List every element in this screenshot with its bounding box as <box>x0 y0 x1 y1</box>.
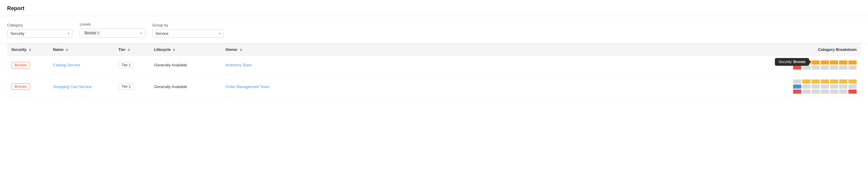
lifecycle-sort-icon <box>173 49 175 51</box>
bar-cell <box>839 79 847 84</box>
bar-cell <box>830 79 838 84</box>
bar-cell <box>839 65 847 70</box>
bar-cell <box>802 79 811 84</box>
service-name-link[interactable]: Catalog Service <box>53 63 80 67</box>
cell-name: Catalog Service <box>49 56 114 75</box>
cell-breakdown <box>287 75 861 99</box>
bar-cell <box>848 60 857 65</box>
table-header-row: Security Name Tier Lifecycle <box>7 44 861 56</box>
groupby-chevron-icon: ▾ <box>219 32 220 35</box>
bar-cell <box>811 85 820 89</box>
bar-cell <box>821 90 829 94</box>
bar-cell <box>830 60 838 65</box>
bronze-tag-close[interactable]: × <box>97 31 99 35</box>
breakdown-bar-row <box>793 65 857 70</box>
cell-tier: Tier 1 <box>114 56 150 75</box>
bronze-tag-label: Bronze <box>85 31 96 35</box>
table-container: Security Name Tier Lifecycle <box>0 43 868 99</box>
bar-cell <box>811 60 820 65</box>
bar-cell <box>802 85 811 89</box>
tier-badge: Tier 1 <box>118 83 134 90</box>
levels-chevron-icon: ▾ <box>141 32 142 35</box>
levels-select[interactable]: Bronze × ▾ <box>80 28 145 38</box>
breakdown-visual: Security: Bronze <box>291 60 857 70</box>
security-badge: Bronze <box>11 83 30 90</box>
service-name-link[interactable]: Shopping Cart Service <box>53 85 92 89</box>
col-header-security[interactable]: Security <box>7 44 49 56</box>
cell-owner: Inventory Team <box>221 56 287 75</box>
cell-lifecycle: Generally Available <box>150 56 221 75</box>
owner-sort-icon <box>240 49 242 51</box>
groupby-select[interactable]: Service ▾ <box>152 29 224 38</box>
bar-cell <box>793 85 801 89</box>
bar-cell <box>848 79 857 84</box>
col-header-tier[interactable]: Tier <box>114 44 150 56</box>
page: Report Category Security ▾ Levels Bronze… <box>0 0 868 191</box>
bar-cell <box>830 85 838 89</box>
bar-cell <box>811 79 820 84</box>
bar-cell <box>793 79 801 84</box>
tier-sort-icon <box>128 49 130 51</box>
bar-cell <box>793 90 801 94</box>
table-row: BronzeCatalog ServiceTier 1Generally Ava… <box>7 56 861 75</box>
table-row: BronzeShopping Cart ServiceTier 1General… <box>7 75 861 99</box>
groupby-filter-group: Group by Service ▾ <box>152 23 224 38</box>
bar-cell <box>839 60 847 65</box>
bar-cell <box>793 65 801 70</box>
bar-cell <box>848 65 857 70</box>
category-chevron-icon: ▾ <box>68 32 69 35</box>
header: Report <box>0 0 868 16</box>
bar-cell <box>802 90 811 94</box>
breakdown-tooltip: Security: Bronze <box>775 58 809 66</box>
name-sort-icon <box>66 49 68 51</box>
cell-breakdown: Security: Bronze <box>287 56 861 75</box>
col-header-name[interactable]: Name <box>49 44 114 56</box>
category-select-value: Security <box>10 31 24 36</box>
cell-lifecycle: Generally Available <box>150 75 221 99</box>
breakdown-bar-row <box>793 85 857 89</box>
bar-cell <box>821 85 829 89</box>
security-badge: Bronze <box>11 62 30 68</box>
breakdown-visual <box>291 79 857 94</box>
bar-cell <box>848 90 857 94</box>
col-header-lifecycle[interactable]: Lifecycle <box>150 44 221 56</box>
levels-filter-group: Levels Bronze × ▾ <box>80 22 145 38</box>
bar-cell <box>839 85 847 89</box>
bar-cell <box>802 65 811 70</box>
cell-security: Bronze <box>7 75 49 99</box>
groupby-select-value: Service <box>156 31 168 36</box>
levels-tags-container: Bronze × <box>83 30 138 36</box>
breakdown-bar-row <box>793 79 857 84</box>
groupby-label: Group by <box>152 23 224 27</box>
bar-cell <box>839 90 847 94</box>
bar-cell <box>821 65 829 70</box>
filters-bar: Category Security ▾ Levels Bronze × ▾ Gr… <box>0 16 868 43</box>
col-header-owner[interactable]: Owner <box>221 44 287 56</box>
bronze-tag: Bronze × <box>83 30 101 36</box>
bar-cell <box>830 65 838 70</box>
report-table: Security Name Tier Lifecycle <box>7 43 861 99</box>
bar-cell <box>830 90 838 94</box>
bar-cell <box>848 85 857 89</box>
cell-security: Bronze <box>7 56 49 75</box>
cell-owner: Order Management Team <box>221 75 287 99</box>
owner-link[interactable]: Order Management Team <box>225 85 270 89</box>
tier-badge: Tier 1 <box>118 62 134 68</box>
category-filter-group: Category Security ▾ <box>7 23 72 38</box>
bar-cell <box>821 60 829 65</box>
category-select[interactable]: Security ▾ <box>7 29 72 38</box>
security-sort-icon <box>29 49 31 51</box>
category-label: Category <box>7 23 72 27</box>
cell-name: Shopping Cart Service <box>49 75 114 99</box>
cell-tier: Tier 1 <box>114 75 150 99</box>
levels-label: Levels <box>80 22 145 27</box>
page-title: Report <box>7 5 24 11</box>
col-header-breakdown: Category Breakdown <box>287 44 861 56</box>
bar-cell <box>811 90 820 94</box>
owner-link[interactable]: Inventory Team <box>225 63 252 67</box>
bar-cell <box>811 65 820 70</box>
breakdown-bar-row <box>793 90 857 94</box>
bar-cell <box>821 79 829 84</box>
